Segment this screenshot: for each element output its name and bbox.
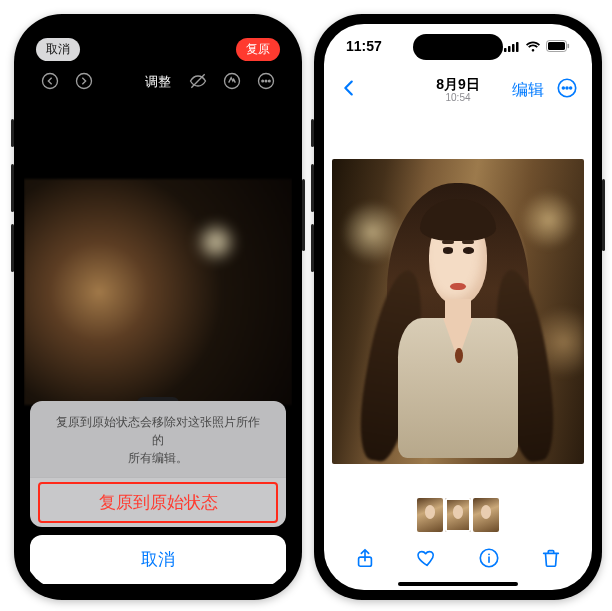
svg-point-16 <box>562 87 564 89</box>
sheet-cancel-button[interactable]: 取消 <box>30 535 286 584</box>
back-button[interactable] <box>338 77 360 103</box>
screen-viewer: 11:57 8月9日 10:54 编辑 <box>324 24 592 590</box>
heart-icon[interactable] <box>416 547 438 573</box>
svg-point-7 <box>269 80 271 82</box>
svg-point-0 <box>43 73 58 88</box>
home-indicator <box>398 582 518 586</box>
sheet-message: 复原到原始状态会移除对这张照片所作的 所有编辑。 <box>30 401 286 477</box>
photo-date-header: 8月9日 10:54 <box>436 77 480 103</box>
markup-icon[interactable] <box>222 71 242 94</box>
svg-rect-13 <box>548 42 565 50</box>
svg-rect-10 <box>512 44 515 52</box>
phone-mock-left: 取消 复原 调整 <box>14 14 302 600</box>
svg-point-22 <box>488 553 490 555</box>
status-time: 11:57 <box>346 38 382 54</box>
more-circle-icon[interactable] <box>556 77 578 103</box>
svg-point-18 <box>570 87 572 89</box>
dynamic-island <box>413 34 503 60</box>
thumbnail[interactable] <box>473 498 499 532</box>
thumbnail[interactable] <box>417 498 443 532</box>
phone-mock-right: 11:57 8月9日 10:54 编辑 <box>314 14 602 600</box>
undo-icon[interactable] <box>40 71 60 94</box>
svg-rect-8 <box>504 48 507 52</box>
cancel-button[interactable]: 取消 <box>36 38 80 61</box>
svg-point-3 <box>225 73 240 88</box>
photo-preview <box>24 179 292 405</box>
revert-button[interactable]: 复原 <box>236 38 280 61</box>
svg-point-17 <box>566 87 568 89</box>
battery-icon <box>546 40 570 52</box>
trash-icon[interactable] <box>540 547 562 573</box>
wifi-icon <box>525 41 541 52</box>
more-icon[interactable] <box>256 71 276 94</box>
svg-rect-9 <box>508 46 511 52</box>
svg-rect-14 <box>568 44 570 49</box>
visibility-off-icon[interactable] <box>188 71 208 94</box>
adjust-tab[interactable]: 调整 <box>145 73 171 91</box>
photo-main[interactable] <box>332 159 584 464</box>
svg-rect-11 <box>516 42 519 52</box>
svg-point-1 <box>77 73 92 88</box>
bottom-toolbar <box>324 538 592 582</box>
thumbnail-strip[interactable] <box>417 498 499 532</box>
edit-button[interactable]: 编辑 <box>512 80 544 101</box>
svg-point-5 <box>262 80 264 82</box>
screen-editor: 取消 复原 调整 <box>24 24 292 590</box>
thumbnail-selected[interactable] <box>445 498 471 532</box>
revert-to-original-button[interactable]: 复原到原始状态 <box>30 477 286 527</box>
share-icon[interactable] <box>354 547 376 573</box>
dynamic-island <box>113 34 203 60</box>
redo-icon[interactable] <box>74 71 94 94</box>
action-sheet: 复原到原始状态会移除对这张照片所作的 所有编辑。 复原到原始状态 取消 <box>30 401 286 584</box>
photo-subject-person <box>332 159 584 464</box>
info-icon[interactable] <box>478 547 500 573</box>
svg-point-6 <box>265 80 267 82</box>
cellular-signal-icon <box>504 41 520 52</box>
